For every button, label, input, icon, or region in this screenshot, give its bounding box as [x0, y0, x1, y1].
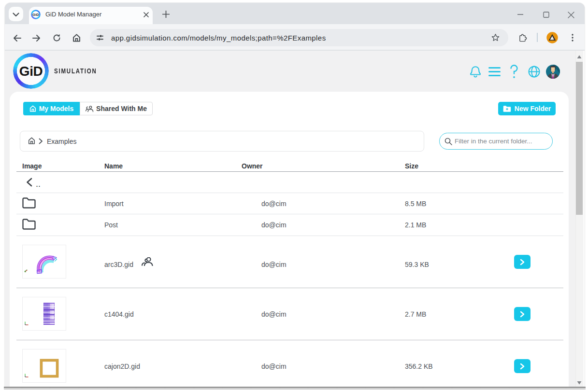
- svg-text:GiD: GiD: [32, 13, 39, 17]
